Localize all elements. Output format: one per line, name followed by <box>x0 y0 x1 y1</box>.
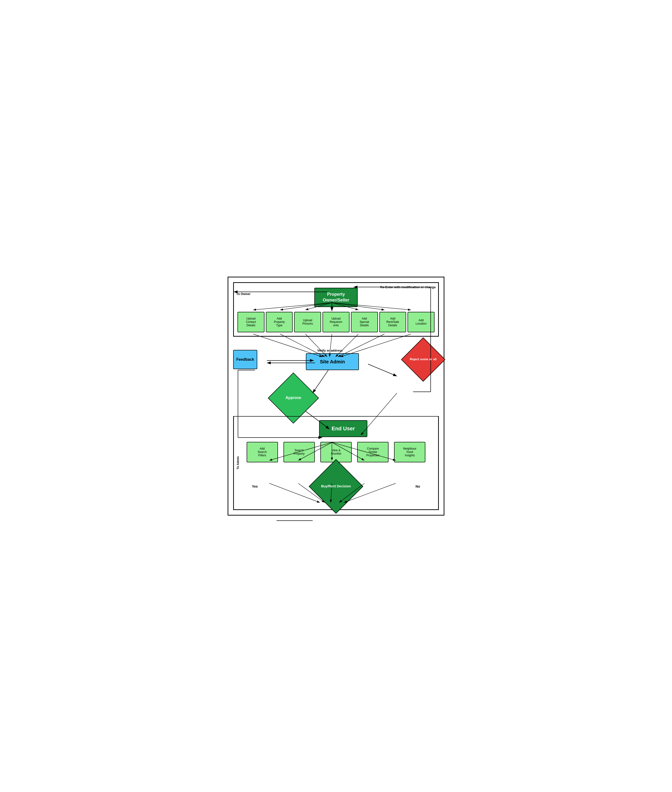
add-search-filters-box: Add Search Filters <box>246 442 278 462</box>
bottom-section: To Admin End User Add Search Filters Sea… <box>233 416 439 510</box>
approve-diamond: Approve <box>275 380 312 416</box>
upload-requirements-box: Upload Requirem ents <box>323 312 349 332</box>
feedback-box: Feedback <box>233 350 257 369</box>
add-property-type-box: Add Property Type <box>266 312 293 332</box>
search-property-box: Search Property <box>283 442 315 462</box>
end-user-box: End User <box>319 420 367 437</box>
property-owner-box: Property Owner/Seller <box>314 288 358 307</box>
add-rent-sale-box: Add Rent/Sale Details <box>379 312 406 332</box>
add-location-box: Add Location <box>408 312 435 332</box>
top-section: To Owner Re-Enter with modification or c… <box>233 282 439 337</box>
no-label: No <box>416 484 420 489</box>
verify-label: Verify or address <box>317 349 343 352</box>
compare-properties-box: Compare Similar Properties <box>357 442 389 462</box>
upload-pictures-box: Upload Pictures <box>294 312 321 332</box>
reject-diamond: Reject some or all <box>408 344 439 375</box>
neighbourhood-insights-box: Neighbour hood Insights <box>394 442 426 462</box>
yes-label: Yes <box>252 484 258 489</box>
site-admin-box: Site Admin <box>306 353 359 370</box>
buy-rent-diamond: Buy/Rent Decision <box>317 467 355 506</box>
add-special-details-box: Add Special Details <box>351 312 378 332</box>
diagram-container: To Owner Re-Enter with modification or c… <box>227 277 445 516</box>
upload-contact-box: Upload Contact Details <box>237 312 264 332</box>
